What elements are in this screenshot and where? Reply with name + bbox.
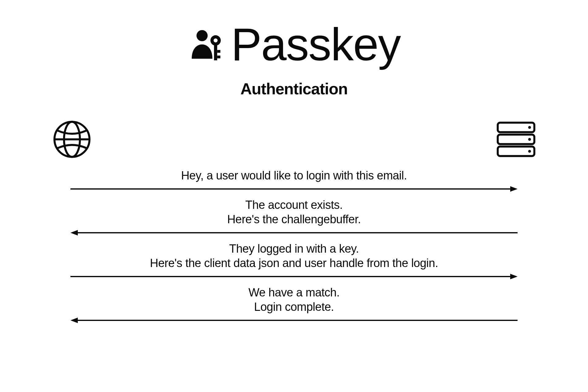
step-3: They logged in with a key. Here's the cl… <box>70 242 518 280</box>
step-4-line-1: We have a match. <box>70 285 518 300</box>
step-2-line-2: Here's the challengebuffer. <box>70 212 518 227</box>
title-row: Passkey <box>188 21 401 67</box>
page-subtitle: Authentication <box>0 80 588 98</box>
svg-point-2 <box>213 39 217 43</box>
arrow-right-icon <box>70 186 518 192</box>
svg-point-13 <box>528 138 531 141</box>
arrow-left-icon <box>70 317 518 324</box>
svg-marker-16 <box>510 186 518 192</box>
step-2-text: The account exists. Here's the challenge… <box>70 198 518 227</box>
arrow-right-icon <box>70 273 518 280</box>
step-3-line-2: Here's the client data json and user han… <box>70 256 518 271</box>
passkey-icon <box>188 24 228 64</box>
step-3-text: They logged in with a key. Here's the cl… <box>70 242 518 271</box>
diagram-header: Passkey Authentication <box>0 21 588 98</box>
svg-rect-4 <box>217 50 220 53</box>
arrow-left-icon <box>70 229 518 236</box>
step-4-text: We have a match. Login complete. <box>70 285 518 315</box>
actor-row <box>0 119 588 159</box>
step-2-line-1: The account exists. <box>70 198 518 213</box>
sequence-flow: Hey, a user would like to login with thi… <box>0 168 588 324</box>
page-title: Passkey <box>231 21 401 67</box>
svg-point-0 <box>196 30 207 41</box>
svg-rect-5 <box>217 55 220 58</box>
server-icon <box>496 121 536 158</box>
step-4: We have a match. Login complete. <box>70 285 518 324</box>
step-1-text: Hey, a user would like to login with thi… <box>70 168 518 183</box>
step-2: The account exists. Here's the challenge… <box>70 198 518 236</box>
step-1: Hey, a user would like to login with thi… <box>70 168 518 192</box>
svg-marker-18 <box>70 230 78 236</box>
svg-rect-3 <box>214 44 217 60</box>
step-4-line-2: Login complete. <box>70 300 518 315</box>
globe-icon <box>52 119 92 159</box>
svg-point-12 <box>528 126 531 129</box>
step-3-line-1: They logged in with a key. <box>70 242 518 256</box>
svg-marker-20 <box>510 274 518 279</box>
svg-point-14 <box>528 150 531 153</box>
diagram-canvas: Passkey Authentication <box>0 0 588 392</box>
svg-marker-22 <box>70 318 78 323</box>
step-1-line-1: Hey, a user would like to login with thi… <box>70 168 518 183</box>
